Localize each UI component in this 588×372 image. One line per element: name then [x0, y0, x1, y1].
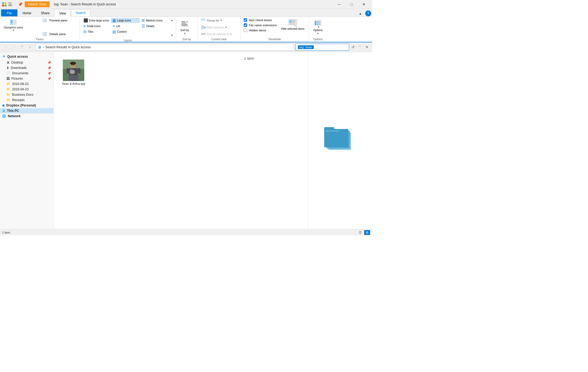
recent-locations-button[interactable]: ˅ — [18, 43, 26, 51]
svg-line-35 — [294, 25, 297, 27]
small-icons-button[interactable]: ⊞ Small icons — [82, 23, 111, 29]
add-columns-button[interactable]: Add columns ▼ — [200, 25, 229, 30]
tab-file[interactable]: File — [1, 9, 17, 16]
show-hide-checkboxes: Item check boxes File name extensions Hi… — [243, 18, 278, 32]
panes-group-label: Panes — [2, 37, 77, 41]
downloads-icon: ⬇ — [6, 66, 9, 70]
show-hide-group: Item check boxes File name extensions Hi… — [240, 18, 309, 41]
close-button[interactable]: ✕ — [358, 0, 370, 9]
search-tools-badge: Search Tools — [25, 1, 50, 7]
sidebar-item-2018[interactable]: 📁 2018-04-23 — [0, 87, 53, 92]
sidebar-item-receipts[interactable]: 📁 Receipts — [0, 97, 53, 103]
svg-rect-53 — [69, 75, 78, 81]
sidebar-item-this-pc[interactable]: 🖥 This PC — [0, 108, 53, 113]
file-name: Sean & Arthur.jpg — [62, 82, 85, 85]
svg-rect-24 — [203, 25, 204, 29]
file-thumbnail — [63, 60, 84, 81]
sort-by-button[interactable]: Sort by ▼ — [178, 19, 191, 36]
medium-icons-button[interactable]: ⊞ Medium icons — [140, 18, 169, 23]
content-button[interactable]: ▤ Content — [111, 29, 140, 34]
list-icon: ≡ — [112, 24, 115, 28]
documents-icon: 📄 — [6, 71, 10, 75]
file-name-extensions-row[interactable]: File name extensions — [243, 23, 278, 27]
item-check-boxes-checkbox[interactable] — [244, 18, 247, 22]
address-bar[interactable]: 🖥 › Search Results in Quick access — [35, 44, 294, 51]
sidebar-item-documents[interactable]: 📄 Documents 📌 — [0, 71, 53, 76]
show-hide-group-label: Show/hide — [243, 37, 306, 41]
layout-scroll-down[interactable]: ▼ — [170, 34, 173, 37]
details-pane-button[interactable]: Details pane — [41, 31, 78, 37]
details-button[interactable]: ☰ Details — [140, 23, 169, 29]
tab-share[interactable]: Share — [36, 9, 54, 16]
details-view-toggle[interactable]: ☰ — [357, 230, 363, 235]
list-button[interactable]: ≡ List — [111, 23, 140, 29]
forward-button[interactable]: › — [10, 43, 18, 51]
up-button[interactable]: ↑ — [26, 43, 34, 51]
sidebar-item-pictures[interactable]: 🖼 Pictures 📌 — [0, 76, 53, 81]
tab-home[interactable]: Home — [18, 9, 36, 16]
tiles-icon: ⊟ — [83, 30, 87, 34]
extra-large-icons-button[interactable]: ⬛ Extra large icons — [82, 18, 111, 23]
hidden-items-row[interactable]: Hidden items — [243, 28, 278, 32]
hide-selected-button[interactable]: Hide selected items — [279, 18, 306, 31]
add-columns-icon — [201, 25, 206, 29]
large-icons-view-toggle[interactable]: ⊞ — [364, 230, 370, 235]
item-check-boxes-row[interactable]: Item check boxes — [243, 18, 278, 22]
sort-by-label: Sort by — [181, 29, 189, 32]
pin-button[interactable]: 📌 — [18, 2, 23, 6]
content-icon: ▤ — [112, 30, 116, 34]
sidebar-item-business-docs[interactable]: 📁 Business Docs — [0, 92, 53, 97]
maximize-button[interactable]: □ — [345, 0, 358, 9]
status-item-count: 1 item — [2, 231, 10, 234]
sidebar-item-downloads[interactable]: ⬇ Downloads 📌 — [0, 65, 53, 71]
tab-view[interactable]: View — [54, 10, 71, 17]
layout-scroll-up[interactable]: ▲ — [170, 19, 173, 22]
svg-rect-23 — [201, 25, 202, 29]
svg-marker-43 — [317, 27, 320, 28]
sidebar-item-quick-access[interactable]: ✦ Quick access — [0, 53, 53, 60]
details-pane-icon — [42, 32, 47, 36]
search-close-button[interactable]: ✕ — [364, 44, 370, 51]
group-by-button[interactable]: Group by ▼ — [200, 18, 224, 23]
options-button[interactable]: Options ▼ — [311, 19, 325, 36]
preview-pane-button[interactable]: Preview pane — [41, 18, 78, 23]
navigation-pane-button[interactable]: Navigation pane ▼ — [2, 18, 40, 32]
folder-icon-receipts: 📁 — [6, 98, 10, 102]
svg-rect-54 — [67, 68, 70, 73]
ribbon-collapse-button[interactable]: ▲ — [359, 12, 362, 16]
back-button[interactable]: ‹ — [2, 43, 10, 51]
svg-rect-48 — [70, 63, 76, 64]
search-refresh-button[interactable]: ↺ — [350, 44, 356, 51]
tiles-button[interactable]: ⊟ Tiles — [82, 29, 111, 34]
stacked-folders-icon — [324, 126, 356, 155]
file-name-extensions-checkbox[interactable] — [244, 23, 247, 27]
layout-content: ⬛ Extra large icons ▦ Large icons ⊞ Medi… — [82, 18, 174, 38]
sidebar-item-desktop[interactable]: 🖥 Desktop 📌 — [0, 60, 53, 65]
svg-rect-55 — [77, 68, 81, 73]
svg-rect-62 — [324, 129, 348, 147]
svg-rect-33 — [289, 23, 292, 24]
tab-search[interactable]: Search — [71, 9, 90, 16]
options-icon — [314, 20, 322, 28]
size-columns-icon — [201, 32, 206, 36]
hidden-items-checkbox[interactable] — [244, 28, 247, 32]
layout-group: ⬛ Extra large icons ▦ Large icons ⊞ Medi… — [80, 18, 176, 41]
minimize-button[interactable]: ─ — [333, 0, 345, 9]
save-icon[interactable] — [8, 2, 12, 6]
window-controls: ─ □ ✕ — [333, 0, 370, 9]
sidebar-item-network[interactable]: 🌐 Network — [0, 113, 53, 119]
search-dropdown-button[interactable]: ˅ — [357, 44, 363, 51]
sidebar-item-dropbox[interactable]: ◆ Dropbox (Personal) — [0, 103, 53, 108]
address-path: Search Results in Quick access — [45, 45, 91, 49]
pin-icon-documents: 📌 — [48, 72, 51, 75]
size-columns-button[interactable]: Size all columns to fit — [200, 31, 233, 37]
search-box[interactable]: tag: Sean — [295, 44, 349, 51]
file-item-sean-arthur[interactable]: Sean & Arthur.jpg — [60, 58, 87, 86]
preview-pane — [308, 52, 372, 229]
network-icon: 🌐 — [2, 114, 6, 118]
svg-rect-21 — [201, 19, 205, 20]
help-button[interactable]: ? — [365, 10, 371, 16]
sidebar-item-2016[interactable]: 📁 2016-08-23 — [0, 81, 53, 87]
window-title: tag: Sean - Search Results in Quick acce… — [54, 2, 116, 6]
large-icons-button[interactable]: ▦ Large icons — [111, 18, 140, 23]
